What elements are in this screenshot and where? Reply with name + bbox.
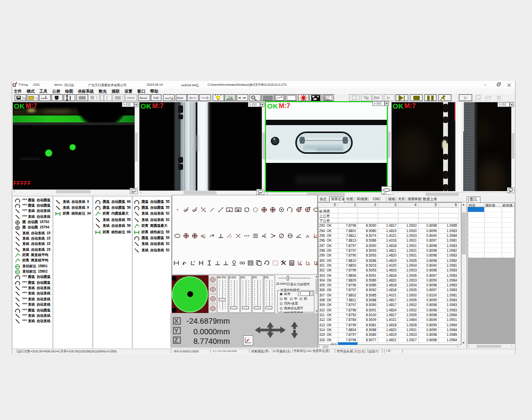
svg-text:Enter: Enter <box>177 96 184 100</box>
svg-text:Excel: Excel <box>140 96 147 100</box>
svg-text:CAD: CAD <box>153 96 159 100</box>
svg-text:A: A <box>306 234 309 239</box>
